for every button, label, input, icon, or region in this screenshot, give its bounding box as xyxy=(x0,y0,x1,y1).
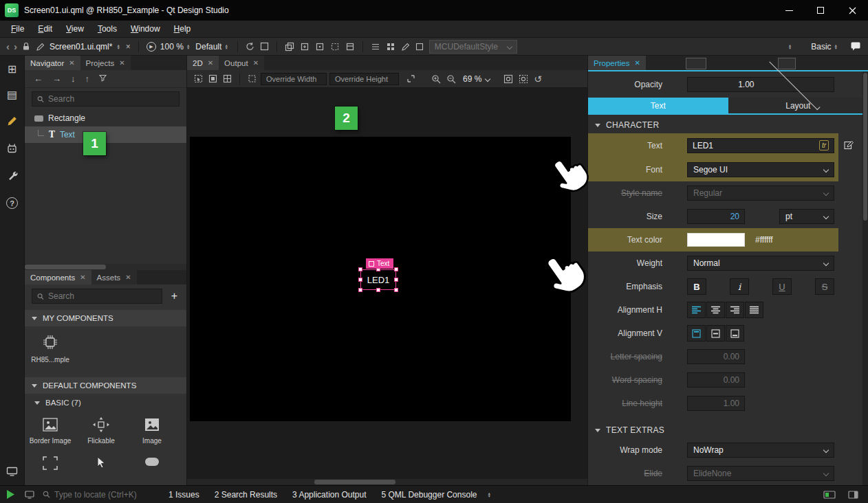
forward-icon[interactable]: › xyxy=(12,41,19,52)
style-name-dropdown[interactable]: Regular xyxy=(687,186,834,201)
zoom-chevron-icon[interactable] xyxy=(485,76,490,81)
dashed-frame-icon[interactable] xyxy=(327,42,343,52)
panel-selector-icon[interactable]: ▲▼ xyxy=(487,492,490,498)
help-icon[interactable]: ? xyxy=(6,197,18,209)
component-rh850[interactable]: RH85...mple xyxy=(25,326,76,368)
tab-properties[interactable]: Properties ✕ xyxy=(588,56,646,70)
component-image[interactable]: Image xyxy=(127,410,177,449)
minimize-button[interactable] xyxy=(773,0,805,21)
select-items-icon[interactable] xyxy=(206,74,220,83)
component-flickable[interactable]: Flickable xyxy=(76,410,127,449)
move-down-icon[interactable]: ↓ xyxy=(71,74,76,84)
align-middle-button[interactable] xyxy=(706,325,725,342)
move-left-icon[interactable]: ← xyxy=(34,74,43,84)
design-viewport[interactable]: 2 Text LED1 xyxy=(187,88,587,485)
canvas-zoom-value[interactable]: 69 % xyxy=(463,74,481,84)
weight-dropdown[interactable]: Normal xyxy=(687,256,834,271)
navigator-searchbox[interactable] xyxy=(32,91,180,107)
navigator-search-input[interactable] xyxy=(48,94,174,104)
scroll-thumb[interactable] xyxy=(25,265,106,269)
letter-spacing-input[interactable]: 0.00 xyxy=(687,349,745,364)
components-searchbox[interactable] xyxy=(32,289,162,304)
align-center-button[interactable] xyxy=(706,302,725,318)
apps-grid-icon[interactable]: ⊞ xyxy=(8,64,17,75)
components-search-input[interactable] xyxy=(48,291,157,301)
menu-window[interactable]: Window xyxy=(124,21,167,38)
qml-debugger-panel-button[interactable]: 5 QML Debugger Console xyxy=(374,486,485,503)
font-dropdown[interactable]: Segoe UI xyxy=(687,162,834,177)
back-icon[interactable]: ‹ xyxy=(4,41,12,52)
locator-input[interactable] xyxy=(54,490,161,500)
subtab-text[interactable]: Text xyxy=(588,98,728,113)
reset-view-icon[interactable]: ↺ xyxy=(531,74,545,85)
close-tab-icon[interactable]: ✕ xyxy=(125,273,131,281)
issues-panel-button[interactable]: 1 Issues xyxy=(161,486,207,503)
size-unit-dropdown[interactable]: pt xyxy=(779,209,834,224)
override-width-field[interactable]: Override Width xyxy=(261,73,327,85)
selected-text-element[interactable]: LED1 xyxy=(360,269,396,290)
resize-corner-icon[interactable] xyxy=(404,75,417,82)
resize-handle-mr[interactable] xyxy=(394,278,398,282)
menu-help[interactable]: Help xyxy=(167,21,198,38)
component-border-image[interactable]: Border Image xyxy=(25,410,76,449)
clipped-field[interactable] xyxy=(778,58,796,69)
annotation-pencil-icon[interactable] xyxy=(398,42,413,51)
tab-projects[interactable]: Projects✕ xyxy=(80,56,131,70)
bind-icon[interactable] xyxy=(343,42,358,52)
mcu-style-dropdown[interactable]: MCUDefaultStyle xyxy=(429,40,517,54)
clip-icon[interactable] xyxy=(245,74,259,83)
maximize-button[interactable] xyxy=(805,0,836,21)
menu-edit[interactable]: Edit xyxy=(31,21,59,38)
search-results-panel-button[interactable]: 2 Search Results xyxy=(207,486,285,503)
resize-handle-bm[interactable] xyxy=(376,288,380,292)
share-screen-icon[interactable] xyxy=(6,467,18,478)
resize-handle-bl[interactable] xyxy=(358,288,362,292)
menu-tools[interactable]: Tools xyxy=(91,21,124,38)
section-my-components[interactable]: MY COMPONENTS xyxy=(25,310,186,326)
clipped-field[interactable] xyxy=(686,58,706,69)
zoom-fit-icon[interactable] xyxy=(501,74,516,84)
character-section-header[interactable]: CHARACTER xyxy=(588,117,868,133)
zoom-selection-icon[interactable] xyxy=(516,74,531,84)
subtab-layout[interactable]: Layout xyxy=(728,98,868,113)
close-tab-icon[interactable]: ✕ xyxy=(69,59,74,67)
underline-button[interactable]: U xyxy=(772,278,792,295)
tab-assets[interactable]: Assets✕ xyxy=(91,270,137,284)
size-input[interactable]: 20 xyxy=(687,209,745,224)
component-mouse-area[interactable] xyxy=(76,449,127,475)
zoom-out-icon[interactable] xyxy=(444,74,459,84)
refresh-icon[interactable] xyxy=(243,42,257,51)
theme-combo[interactable]: Basic▲▼ xyxy=(810,42,842,52)
comment-bubble-icon[interactable] xyxy=(847,42,864,52)
sidebar-toggle-icon[interactable] xyxy=(848,491,858,499)
close-button[interactable] xyxy=(836,0,868,21)
tab-navigator[interactable]: Navigator✕ xyxy=(25,56,80,70)
open-document-name[interactable]: Screen01.ui.qml* xyxy=(50,42,112,52)
component-rectangle[interactable] xyxy=(127,449,177,475)
select-tool-icon[interactable] xyxy=(191,74,206,83)
design-pencil-icon[interactable] xyxy=(6,115,18,128)
italic-button[interactable]: i xyxy=(730,278,749,295)
kit-combo[interactable]: Default▲▼ xyxy=(194,42,232,52)
edit-text-icon[interactable] xyxy=(844,139,854,152)
navigator-hscrollbar[interactable] xyxy=(25,264,186,270)
application-output-panel-button[interactable]: 3 Application Output xyxy=(285,486,373,503)
align-left-button[interactable] xyxy=(687,302,706,318)
wrap-mode-dropdown[interactable]: NoWrap xyxy=(687,443,834,458)
resize-handle-br[interactable] xyxy=(394,288,398,292)
run-preview-icon[interactable]: ▶ xyxy=(144,42,159,52)
tab-components[interactable]: Components✕ xyxy=(25,270,91,284)
text-input[interactable]: LED1 tr xyxy=(687,138,834,153)
close-document-icon[interactable]: × xyxy=(123,42,133,52)
line-height-input[interactable]: 1.00 xyxy=(687,396,745,411)
prepend-monitor-icon[interactable] xyxy=(25,491,34,499)
section-basic[interactable]: BASIC (7) xyxy=(25,395,186,410)
no-snap-icon[interactable] xyxy=(220,74,235,83)
editor-icon[interactable]: ▤ xyxy=(7,89,17,100)
word-spacing-input[interactable]: 0.00 xyxy=(687,372,745,388)
console-toggle-icon[interactable] xyxy=(823,491,836,499)
text-extras-section-header[interactable]: TEXT EXTRAS xyxy=(588,422,868,438)
tree-item-rectangle[interactable]: Rectangle xyxy=(25,110,186,126)
paste-icon[interactable] xyxy=(297,42,312,52)
move-up-icon[interactable]: ↑ xyxy=(85,74,90,84)
